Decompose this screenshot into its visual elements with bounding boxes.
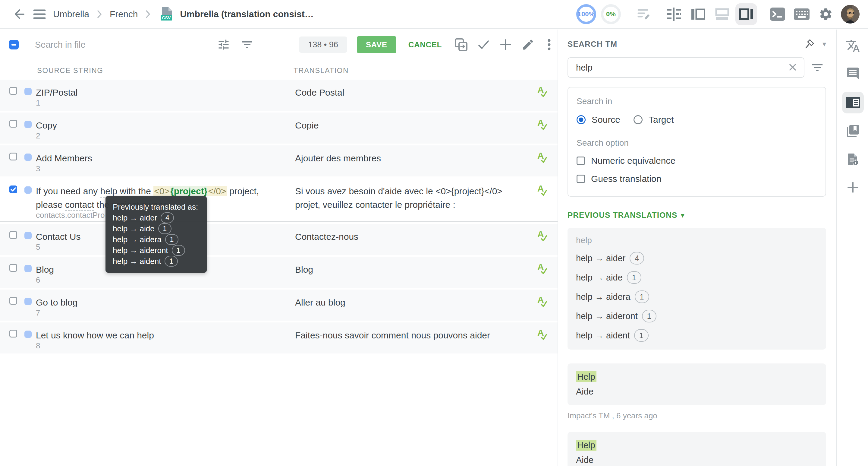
side-by-side-view-icon[interactable] bbox=[687, 3, 709, 25]
panel-menu-caret-icon[interactable]: ▾ bbox=[823, 40, 826, 48]
table-row[interactable]: Let us know how we can help 8 Faites-nou… bbox=[0, 322, 558, 353]
count-badge: 1 bbox=[635, 290, 649, 303]
translated-progress-ring[interactable]: 100% bbox=[576, 4, 596, 24]
search-in-label: Search in bbox=[577, 96, 817, 106]
count-badge: 1 bbox=[164, 256, 178, 267]
target-radio-option[interactable]: Target bbox=[633, 115, 674, 125]
edit-notes-icon[interactable] bbox=[633, 3, 655, 25]
chevron-right-icon bbox=[145, 10, 151, 19]
tm-filter-icon[interactable] bbox=[809, 59, 826, 76]
prev-translation-item[interactable]: help → aideront1 bbox=[576, 310, 818, 322]
row-checkbox[interactable] bbox=[9, 330, 17, 338]
checkbox-icon[interactable] bbox=[577, 156, 585, 165]
row-checkbox[interactable] bbox=[9, 264, 17, 272]
count-badge: 1 bbox=[158, 223, 172, 234]
prev-translation-item[interactable]: help → aide1 bbox=[576, 271, 818, 284]
tm-result-meta: Impact's TM , 6 years ago bbox=[567, 411, 826, 420]
pin-panel-icon[interactable] bbox=[804, 38, 815, 50]
count-badge: 4 bbox=[161, 212, 174, 223]
approve-check-icon[interactable] bbox=[475, 36, 492, 53]
prev-translation-item[interactable]: help → aident1 bbox=[576, 329, 818, 342]
count-badge: 1 bbox=[165, 234, 179, 245]
copy-source-icon[interactable] bbox=[453, 36, 470, 53]
top-bar: Umbrella French CSV Umbrella (translatio… bbox=[0, 0, 868, 29]
source-column-header: SOURCE STRING bbox=[37, 66, 103, 75]
table-row[interactable]: Add Members 3 Ajouter des membres A bbox=[0, 145, 558, 176]
radio-selected-icon[interactable] bbox=[577, 115, 586, 124]
terminal-icon[interactable] bbox=[767, 3, 788, 25]
svg-text:A: A bbox=[537, 151, 544, 161]
string-number: 6 bbox=[36, 275, 40, 285]
svg-text:A: A bbox=[537, 262, 544, 272]
tune-filters-icon[interactable] bbox=[215, 36, 232, 53]
numeric-equivalence-option[interactable]: Numeric equivalence bbox=[577, 156, 817, 166]
back-icon[interactable] bbox=[8, 7, 29, 21]
clear-search-icon[interactable] bbox=[787, 62, 798, 72]
table-row-selected[interactable]: If you need any help with the <0>{projec… bbox=[0, 178, 558, 222]
glossary-icon[interactable] bbox=[842, 120, 864, 142]
row-checkbox[interactable] bbox=[9, 87, 17, 95]
keyboard-icon[interactable] bbox=[791, 3, 812, 25]
previous-translations-toggle[interactable]: PREVIOUS TRANSLATIONS▾ bbox=[567, 210, 826, 220]
more-options-kebab-icon[interactable] bbox=[541, 36, 558, 53]
chevron-right-icon bbox=[96, 10, 102, 19]
tm-search-input[interactable] bbox=[567, 57, 804, 78]
radio-unselected-icon[interactable] bbox=[633, 115, 643, 124]
table-row[interactable]: Blog 6 Blog A bbox=[0, 257, 558, 288]
svg-text:CSV: CSV bbox=[162, 16, 171, 20]
panel-title: SEARCH TM bbox=[567, 39, 617, 49]
prev-translation-item[interactable]: help → aider4 bbox=[576, 252, 818, 264]
save-button[interactable]: SAVE bbox=[357, 36, 396, 53]
table-row[interactable]: Contact Us 5 Contactez-nous A bbox=[0, 224, 558, 255]
row-checkbox[interactable] bbox=[9, 153, 17, 161]
search-options-card: Search in Source Target Search option Nu… bbox=[567, 87, 826, 197]
select-all-checkbox[interactable] bbox=[9, 40, 19, 50]
filter-list-icon[interactable] bbox=[239, 36, 255, 53]
guess-translation-option[interactable]: Guess translation bbox=[577, 174, 817, 184]
add-string-icon[interactable] bbox=[497, 36, 514, 53]
table-row[interactable]: ZIP/Postal 1 Code Postal A bbox=[0, 80, 558, 111]
file-context-icon[interactable] bbox=[842, 149, 864, 170]
prev-translation-item[interactable]: help → aidera1 bbox=[576, 290, 818, 303]
source-radio-option[interactable]: Source bbox=[577, 115, 620, 125]
list-view-icon[interactable] bbox=[663, 3, 685, 25]
strings-toolbar: Search in file 138 • 96 SAVE CANCEL bbox=[0, 30, 558, 60]
add-panel-icon[interactable] bbox=[842, 176, 864, 198]
breadcrumb-language[interactable]: French bbox=[110, 9, 138, 19]
tm-result-card[interactable]: Help Aide bbox=[567, 363, 826, 405]
tm-result-card[interactable]: Help Aide bbox=[567, 432, 826, 466]
string-number: 8 bbox=[36, 341, 40, 350]
tm-term-contact[interactable]: contact bbox=[65, 200, 94, 211]
edit-pencil-icon[interactable] bbox=[520, 36, 536, 53]
count-badge: 1 bbox=[634, 329, 649, 342]
autotranslated-icon: A bbox=[536, 262, 547, 275]
row-checkbox-checked[interactable] bbox=[9, 185, 17, 193]
table-row[interactable]: Go to blog 7 Aller au blog A bbox=[0, 290, 558, 321]
menu-icon[interactable] bbox=[29, 9, 50, 20]
string-status-dot bbox=[24, 153, 32, 161]
search-tm-panel-icon[interactable] bbox=[842, 92, 864, 113]
search-in-file-input[interactable]: Search in file bbox=[35, 40, 86, 50]
settings-gear-icon[interactable] bbox=[815, 3, 837, 25]
row-checkbox[interactable] bbox=[9, 231, 17, 239]
row-checkbox[interactable] bbox=[9, 120, 17, 127]
translation-text: Ajouter des membres bbox=[295, 151, 527, 165]
bottom-panel-view-icon[interactable] bbox=[711, 3, 733, 25]
string-number: 5 bbox=[36, 242, 40, 252]
translation-text: Copie bbox=[295, 119, 527, 132]
tag-variable: {project} bbox=[170, 186, 207, 196]
string-status-dot bbox=[24, 186, 32, 194]
checkbox-icon[interactable] bbox=[577, 175, 585, 183]
breadcrumb-file-title[interactable]: Umbrella (translation consist… bbox=[180, 9, 313, 19]
cancel-button[interactable]: CANCEL bbox=[408, 40, 442, 50]
user-avatar[interactable] bbox=[841, 5, 860, 24]
row-checkbox[interactable] bbox=[9, 297, 17, 304]
breadcrumb-project[interactable]: Umbrella bbox=[53, 9, 89, 19]
string-number: 2 bbox=[36, 131, 40, 141]
translate-icon[interactable] bbox=[842, 35, 864, 57]
approved-progress-ring[interactable]: 0% bbox=[601, 4, 621, 24]
comments-icon[interactable] bbox=[842, 63, 864, 84]
right-panel-view-icon[interactable] bbox=[735, 3, 757, 25]
table-row[interactable]: Copy 2 Copie A bbox=[0, 113, 558, 144]
source-string: Copy bbox=[36, 119, 289, 132]
